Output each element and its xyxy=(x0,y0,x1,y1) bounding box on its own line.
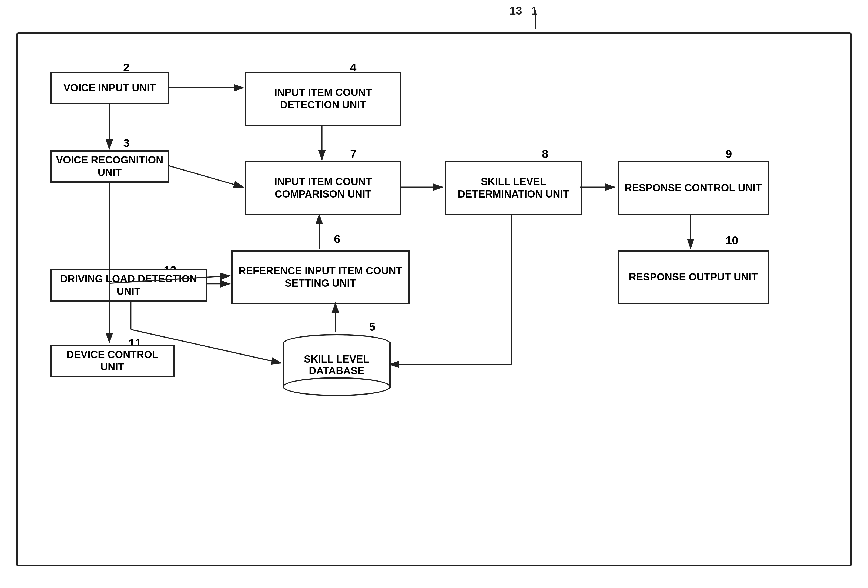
voice-recognition-unit: VOICE RECOGNITION UNIT xyxy=(50,150,169,183)
num-5: 5 xyxy=(369,321,375,334)
num-6: 6 xyxy=(334,233,340,246)
device-control-unit: DEVICE CONTROL UNIT xyxy=(50,345,174,377)
svg-line-4 xyxy=(168,165,244,187)
num-8: 8 xyxy=(542,148,548,161)
voice-input-unit: VOICE INPUT UNIT xyxy=(50,72,169,104)
num-3: 3 xyxy=(123,137,129,150)
outer-border: 13 1 2 3 4 7 6 8 9 10 12 11 5 S0 VOICE I… xyxy=(16,33,852,566)
num-10: 10 xyxy=(726,234,738,247)
skill-level-database: SKILL LEVELDATABASE xyxy=(283,334,391,396)
driving-load-detection-unit: DRIVING LOAD DETECTION UNIT xyxy=(50,269,207,301)
skill-level-determination-unit: SKILL LEVELDETERMINATION UNIT xyxy=(445,161,582,215)
input-item-count-comparison-unit: INPUT ITEM COUNTCOMPARISON UNIT xyxy=(245,161,402,215)
num-7: 7 xyxy=(350,148,356,161)
ref-1: 1 xyxy=(531,4,537,17)
response-control-unit: RESPONSE CONTROL UNIT xyxy=(617,161,769,215)
reference-input-item-count-setting-unit: REFERENCE INPUT ITEM COUNTSETTING UNIT xyxy=(231,250,410,304)
response-output-unit: RESPONSE OUTPUT UNIT xyxy=(617,250,769,304)
input-item-count-detection-unit: INPUT ITEM COUNTDETECTION UNIT xyxy=(245,72,402,126)
ref-13: 13 xyxy=(509,4,522,17)
num-9: 9 xyxy=(726,148,732,161)
